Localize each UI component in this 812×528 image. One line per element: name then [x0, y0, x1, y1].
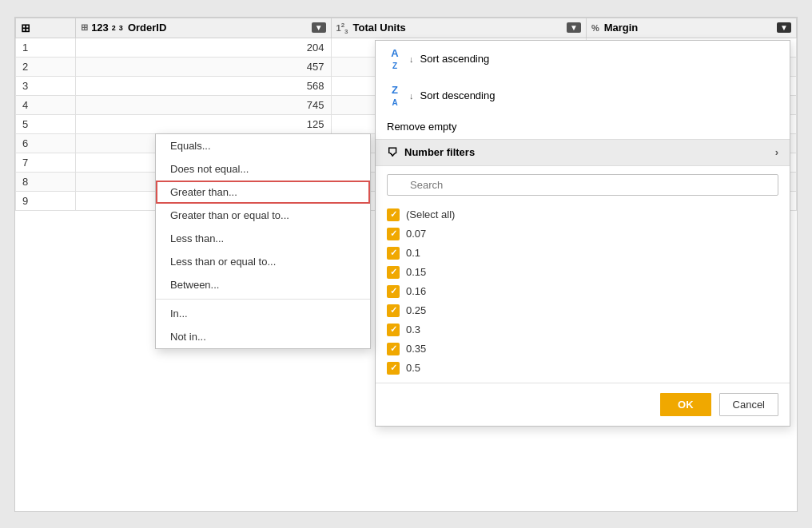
checkbox-box: ✓ — [387, 324, 400, 336]
row-num: 5 — [16, 115, 76, 134]
menu-item-greater_than[interactable]: Greater than... — [156, 181, 370, 204]
checkbox-item[interactable]: ✓ 0.25 — [387, 301, 778, 320]
context-menu: Equals...Does not equal...Greater than..… — [155, 133, 371, 349]
checkbox-item[interactable]: ✓ 0.3 — [387, 320, 778, 339]
row-num: 1 — [16, 38, 76, 58]
checkbox-item[interactable]: ✓ 0.16 — [387, 282, 778, 301]
orderid-col-label: 123 — [91, 22, 109, 34]
checkbox-label: 0.3 — [406, 324, 420, 335]
checkbox-label: 0.15 — [406, 266, 426, 278]
cell-orderid: 125 — [76, 115, 331, 134]
checkbox-box: ✓ — [387, 285, 400, 298]
checkbox-box: ✓ — [387, 343, 400, 355]
menu-item-between[interactable]: Between... — [156, 273, 370, 296]
totalunits-dropdown-btn[interactable]: ▼ — [567, 22, 581, 33]
totalunits-label: Total Units — [353, 22, 406, 34]
checkbox-item[interactable]: ✓ 0.5 — [387, 359, 778, 378]
col-header-orderid: ⊞ 123 2 3 OrderID ▼ — [76, 18, 331, 38]
number-filters-label: Number filters — [404, 146, 475, 158]
checkmark-icon: ✓ — [390, 209, 397, 220]
remove-empty-label: Remove empty — [387, 121, 456, 133]
sort-desc-arrow: ↓ — [409, 91, 414, 101]
checkbox-item[interactable]: ✓ 0.07 — [387, 224, 778, 244]
ok-button[interactable]: OK — [660, 393, 711, 416]
cell-orderid: 204 — [76, 38, 331, 58]
row-num: 2 — [16, 58, 76, 77]
cell-orderid: 457 — [76, 58, 331, 77]
main-container: ⊞ ⊞ 123 2 3 OrderID ▼ 123 Total Units — [14, 17, 798, 512]
menu-item-less_equal[interactable]: Less than or equal to... — [156, 250, 370, 273]
row-num: 9 — [16, 192, 76, 211]
menu-item-not_in[interactable]: Not in... — [156, 325, 370, 348]
row-num: 3 — [16, 77, 76, 96]
row-num: 6 — [16, 134, 76, 153]
checkmark-icon: ✓ — [390, 324, 397, 335]
chevron-right-icon: › — [775, 146, 778, 158]
cell-orderid: 568 — [76, 77, 331, 96]
menu-item-not_equal[interactable]: Does not equal... — [156, 157, 370, 181]
sort-asc-arrow: ↓ — [409, 54, 414, 64]
number-filters-row[interactable]: ⛉ Number filters › — [376, 139, 790, 166]
checkmark-icon: ✓ — [390, 286, 397, 296]
checkmark-icon: ✓ — [390, 228, 397, 239]
checkbox-label: 0.07 — [406, 228, 426, 240]
margin-type-icon: % — [591, 23, 599, 33]
menu-item-less_than[interactable]: Less than... — [156, 227, 370, 250]
checkmark-icon: ✓ — [390, 267, 397, 277]
checkbox-label: (Select all) — [406, 208, 455, 220]
checkmark-icon: ✓ — [390, 363, 397, 373]
sort-ascending-row[interactable]: AZ ↓ Sort ascending — [376, 41, 790, 77]
checkmark-icon: ✓ — [390, 305, 397, 316]
row-num: 4 — [16, 96, 76, 115]
menu-item-greater_equal[interactable]: Greater than or equal to... — [156, 204, 370, 227]
menu-separator — [156, 299, 370, 300]
checkbox-box: ✓ — [387, 266, 400, 279]
sort-desc-icon: ZA — [387, 84, 403, 108]
checkbox-item[interactable]: ✓ 0.15 — [387, 263, 778, 282]
margin-label: Margin — [604, 22, 639, 34]
checkbox-item[interactable]: ✓ 0.1 — [387, 244, 778, 263]
checkbox-list: ✓ (Select all) ✓ 0.07 ✓ 0.1 ✓ 0.15 ✓ 0.1… — [376, 200, 790, 383]
checkbox-box: ✓ — [387, 228, 400, 240]
col-header-rownum: ⊞ — [16, 18, 76, 38]
checkbox-box: ✓ — [387, 247, 400, 260]
grid-icon: ⊞ — [21, 22, 30, 34]
margin-dropdown-btn[interactable]: ▼ — [777, 22, 791, 33]
checkbox-label: 0.35 — [406, 343, 426, 355]
search-container: 🔍 — [376, 166, 790, 200]
cell-orderid: 745 — [76, 96, 331, 115]
checkbox-label: 0.1 — [406, 247, 420, 259]
orderid-dropdown-btn[interactable]: ▼ — [312, 22, 326, 33]
filter-panel: AZ ↓ Sort ascending ZA ↓ Sort descending… — [375, 40, 790, 427]
filter-panel-footer: OK Cancel — [376, 383, 790, 426]
checkbox-label: 0.25 — [406, 304, 426, 316]
row-num: 7 — [16, 153, 76, 173]
checkbox-box: ✓ — [387, 362, 400, 375]
remove-empty-row[interactable]: Remove empty — [376, 114, 790, 139]
menu-item-in[interactable]: In... — [156, 302, 370, 325]
row-num: 8 — [16, 173, 76, 192]
checkbox-box: ✓ — [387, 304, 400, 317]
cancel-button[interactable]: Cancel — [719, 393, 778, 416]
orderid-type-icon: ⊞ — [81, 22, 88, 33]
checkmark-icon: ✓ — [390, 343, 397, 354]
orderid-label: OrderID — [128, 22, 166, 34]
sort-asc-icon: AZ — [387, 47, 403, 71]
sort-ascending-label: Sort ascending — [420, 53, 490, 65]
sort-descending-label: Sort descending — [420, 89, 496, 101]
checkbox-item[interactable]: ✓ 0.35 — [387, 339, 778, 359]
checkbox-item[interactable]: ✓ (Select all) — [387, 205, 778, 224]
checkbox-box: ✓ — [387, 208, 400, 221]
checkbox-label: 0.5 — [406, 362, 420, 374]
sort-descending-row[interactable]: ZA ↓ Sort descending — [376, 77, 790, 114]
checkmark-icon: ✓ — [390, 248, 397, 258]
col-header-margin: % Margin ▼ — [586, 18, 796, 38]
totalunits-type-icon: 123 — [336, 22, 348, 35]
funnel-icon: ⛉ — [387, 146, 398, 159]
menu-item-equals[interactable]: Equals... — [156, 134, 370, 157]
search-input[interactable] — [387, 174, 778, 196]
col-header-totalunits: 123 Total Units ▼ — [331, 18, 586, 38]
checkbox-label: 0.16 — [406, 285, 426, 297]
